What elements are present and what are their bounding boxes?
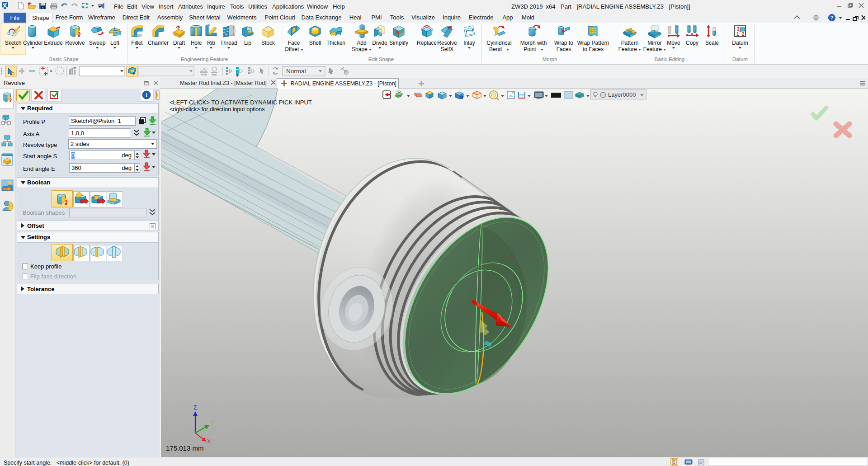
svg-text:Z: Z xyxy=(193,405,197,411)
svg-text:X: X xyxy=(207,438,211,443)
svg-text:60: 60 xyxy=(477,264,483,270)
svg-text:i: i xyxy=(146,92,147,99)
svg-text:Y: Y xyxy=(211,419,214,425)
svg-text:Normal: Normal xyxy=(286,68,306,75)
svg-text:?: ? xyxy=(830,15,834,20)
